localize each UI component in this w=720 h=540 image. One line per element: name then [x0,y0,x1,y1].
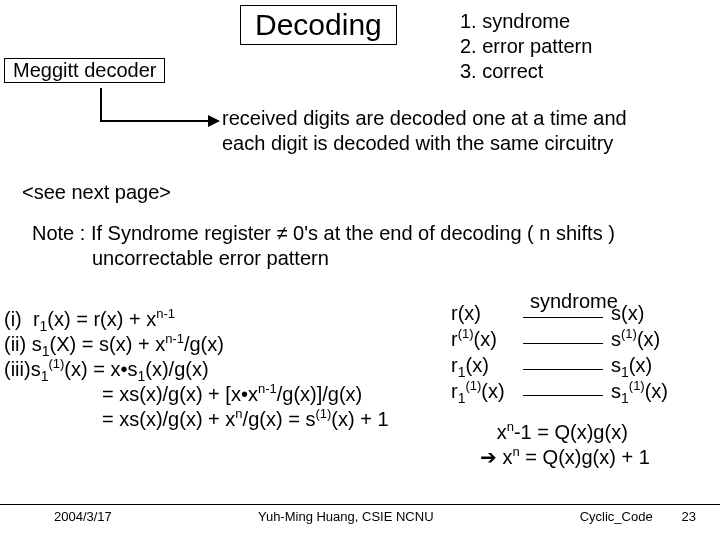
bottom-equation: xn-1 = Q(x)g(x) ➔ xn = Q(x)g(x) + 1 [480,420,650,470]
meggitt-decoder-box: Meggitt decoder [4,58,165,83]
map-r1: r(1)(x) [451,326,515,352]
footer-date: 2004/3/17 [54,509,112,524]
note-line-2: uncorrectable error pattern [32,246,615,271]
map-r2: r1(x) [451,352,515,378]
footer-author: Yuh-Ming Huang, CSIE NCNU [258,509,434,524]
eq-i: (i) r1(x) = r(x) + xn-1 [4,307,389,332]
footer: 2004/3/17 Yuh-Ming Huang, CSIE NCNU Cycl… [0,504,720,524]
eq-ii: (ii) s1(X) = s(x) + xn-1/g(x) [4,332,389,357]
bot-eq-1: xn-1 = Q(x)g(x) [480,420,650,445]
eq-iii-3: = xs(x)/g(x) + xn/g(x) = s(1)(x) + 1 [4,407,389,432]
map-line-icon [523,343,603,344]
map-row-0: r(x) s(x) [451,300,668,326]
slide: { "title": "Decoding", "steps": { "s1": … [0,0,720,540]
equation-list: (i) r1(x) = r(x) + xn-1 (ii) s1(X) = s(x… [4,307,389,432]
bot-eq-2: ➔ xn = Q(x)g(x) + 1 [480,445,650,470]
slide-title: Decoding [240,5,397,45]
map-line-icon [523,317,603,318]
map-line-icon [523,395,603,396]
note-block: Note : If Syndrome register ≠ 0's at the… [32,221,615,271]
step-2: 2. error pattern [460,34,592,59]
decoding-steps: 1. syndrome 2. error pattern 3. correct [460,9,592,84]
received-line-2: each digit is decoded with the same circ… [222,131,627,156]
map-line-icon [523,369,603,370]
map-r3: r1(1)(x) [451,378,515,404]
map-r0: r(x) [451,300,515,326]
arrow-icon [100,88,102,122]
eq-iii-2: = xs(x)/g(x) + [x•xn-1/g(x)]/g(x) [4,382,389,407]
step-3: 3. correct [460,59,592,84]
map-s3: s1(1)(x) [611,378,668,404]
received-line-1: received digits are decoded one at a tim… [222,106,627,131]
map-s1: s(1)(x) [611,326,660,352]
map-row-2: r1(x) s1(x) [451,352,668,378]
footer-topic-page: Cyclic_Code 23 [580,509,696,524]
see-next-page: <see next page> [22,181,171,204]
map-row-1: r(1)(x) s(1)(x) [451,326,668,352]
map-row-3: r1(1)(x) s1(1)(x) [451,378,668,404]
step-1: 1. syndrome [460,9,592,34]
implies-icon: ➔ [480,446,497,468]
note-line-1: Note : If Syndrome register ≠ 0's at the… [32,221,615,246]
received-description: received digits are decoded one at a tim… [222,106,627,156]
eq-iii: (iii)s1(1)(x) = x•s1(x)/g(x) [4,357,389,382]
map-s0: s(x) [611,300,644,326]
map-s2: s1(x) [611,352,652,378]
syndrome-mapping: r(x) s(x) r(1)(x) s(1)(x) r1(x) s1(x) r1… [451,300,668,404]
